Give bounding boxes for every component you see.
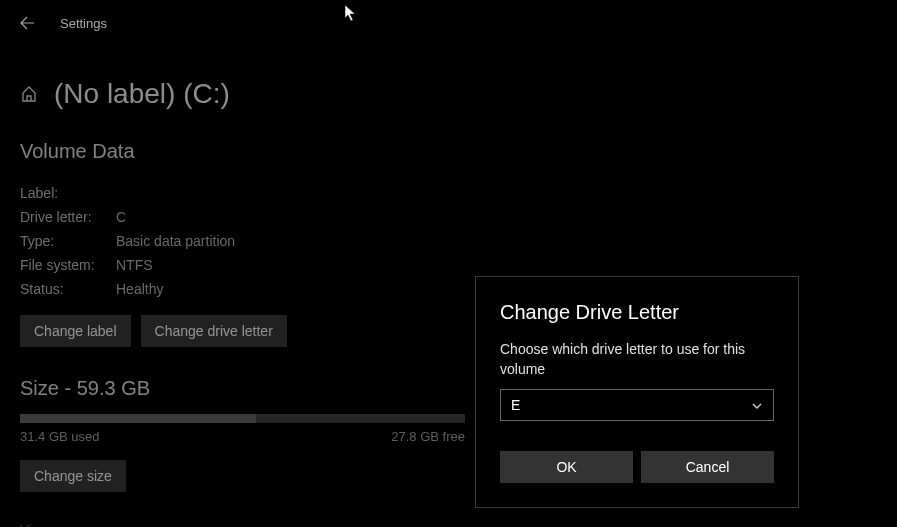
dialog-title: Change Drive Letter — [500, 301, 774, 324]
size-progress-bar — [20, 414, 465, 423]
type-value: Basic data partition — [116, 233, 877, 249]
label-value — [116, 185, 877, 201]
dialog-description: Choose which drive letter to use for thi… — [500, 340, 774, 379]
change-size-button[interactable]: Change size — [20, 460, 126, 492]
label-label: Label: — [20, 185, 116, 201]
drive-letter-select[interactable]: E — [500, 389, 774, 421]
arrow-left-icon — [19, 15, 35, 31]
drive-letter-value: C — [116, 209, 877, 225]
chevron-down-icon — [751, 399, 763, 411]
size-progress-fill — [20, 414, 256, 423]
change-label-button[interactable]: Change label — [20, 315, 131, 347]
file-system-label: File system: — [20, 257, 116, 273]
view-usage-link[interactable]: View usage — [20, 522, 877, 527]
header-settings-label: Settings — [60, 16, 107, 31]
cancel-button[interactable]: Cancel — [641, 451, 774, 483]
volume-data-heading: Volume Data — [20, 140, 877, 163]
drive-letter-label: Drive letter: — [20, 209, 116, 225]
drive-letter-selected-value: E — [511, 397, 520, 413]
back-button[interactable] — [18, 14, 36, 32]
file-system-value: NTFS — [116, 257, 877, 273]
status-label: Status: — [20, 281, 116, 297]
size-used: 31.4 GB used — [20, 429, 100, 444]
type-label: Type: — [20, 233, 116, 249]
size-free: 27.8 GB free — [391, 429, 465, 444]
change-drive-letter-button[interactable]: Change drive letter — [141, 315, 287, 347]
change-drive-letter-dialog: Change Drive Letter Choose which drive l… — [475, 276, 799, 508]
home-icon[interactable] — [20, 85, 38, 103]
page-title: (No label) (C:) — [54, 78, 230, 110]
ok-button[interactable]: OK — [500, 451, 633, 483]
